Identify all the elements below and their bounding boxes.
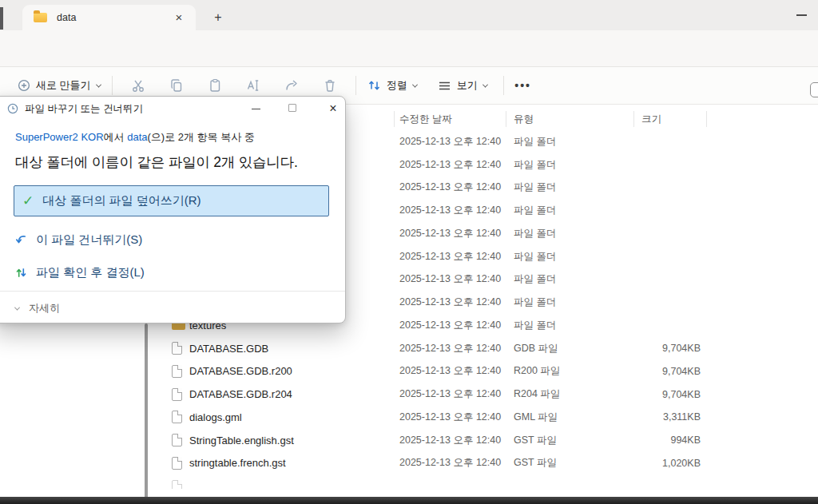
new-button[interactable]: 새로 만들기: [11, 73, 107, 98]
rename-icon: [245, 77, 261, 93]
details-pane-icon[interactable]: [810, 82, 818, 97]
copy-progress-clock-icon: [7, 103, 18, 114]
delete-button[interactable]: [316, 73, 344, 98]
column-divider[interactable]: [394, 111, 395, 127]
toolbar-separator: [355, 76, 356, 95]
file-row[interactable]: DATABASE.GDB 2025-12-13 오후 12:40 GDB 파일 …: [152, 337, 818, 360]
sort-button-label: 정렬: [387, 78, 407, 93]
dialog-message: SuperPower2 KOR에서 data(으)로 2개 항목 복사 중: [15, 130, 345, 145]
tab-close-icon[interactable]: ×: [170, 9, 188, 26]
file-type: R204 파일: [514, 387, 631, 401]
destination-folder-link[interactable]: data: [127, 131, 147, 143]
new-button-label: 새로 만들기: [36, 78, 91, 93]
column-header-size[interactable]: 크기: [641, 113, 661, 126]
paste-button[interactable]: [201, 73, 229, 98]
skip-option-label: 이 파일 건너뛰기(S): [36, 232, 142, 248]
column-divider[interactable]: [706, 111, 707, 127]
compare-option-button[interactable]: 파일 확인 후 결정(L): [15, 263, 345, 282]
toolbar-separator: [112, 76, 113, 95]
file-date-modified: 2025-12-13 오후 12:40: [399, 387, 514, 401]
file-row[interactable]: dialogs.gml 2025-12-13 오후 12:40 GML 파일 3…: [152, 406, 818, 429]
sort-button[interactable]: 정렬: [361, 73, 423, 98]
details-expander[interactable]: 자세히: [15, 301, 60, 315]
column-header-date[interactable]: 수정한 날짜: [399, 113, 452, 126]
overwrite-option-button[interactable]: ✓ 대상 폴더의 파일 덮어쓰기(R): [14, 185, 329, 216]
file-type-icon: [172, 480, 182, 489]
message-text: 에서: [104, 131, 128, 143]
file-type: GDB 파일: [514, 342, 631, 355]
taskbar-edge: [0, 497, 818, 504]
file-date-modified: 2025-12-13 오후 12:40: [399, 204, 514, 217]
file-row[interactable]: StringTable.english.gst 2025-12-13 오후 12…: [152, 429, 818, 452]
skip-option-button[interactable]: 이 파일 건너뛰기(S): [15, 230, 345, 249]
chevron-down-icon: [412, 81, 418, 87]
file-row[interactable]: [152, 474, 818, 489]
copy-button[interactable]: [162, 73, 191, 98]
dialog-maximize-button[interactable]: [288, 104, 296, 112]
file-size: 3,311KB: [631, 411, 701, 423]
file-row[interactable]: stringtable.french.gst 2025-12-13 오후 12:…: [152, 452, 818, 475]
sort-icon: [367, 79, 381, 92]
dialog-title: 파일 바꾸기 또는 건너뛰기: [25, 102, 143, 116]
details-label: 자세히: [29, 301, 60, 315]
skip-arrow-icon: [15, 234, 27, 246]
file-name: DATABASE.GDB: [189, 343, 399, 355]
file-type: 파일 폴더: [514, 296, 631, 309]
file-name: stringtable.french.gst: [189, 457, 399, 469]
file-type-icon: [172, 457, 182, 470]
rename-button[interactable]: [239, 73, 268, 98]
file-type-icon: [172, 342, 182, 355]
file-type: 파일 폴더: [514, 204, 631, 217]
dialog-close-icon[interactable]: ×: [324, 99, 343, 118]
file-row[interactable]: DATABASE.GDB.r200 2025-12-13 오후 12:40 R2…: [152, 360, 818, 383]
file-date-modified: 2025-12-13 오후 12:40: [399, 250, 514, 264]
file-row[interactable]: DATABASE.GDB.r204 2025-12-13 오후 12:40 R2…: [152, 383, 818, 406]
file-size: 9,704KB: [631, 366, 701, 377]
view-button-label: 보기: [457, 78, 478, 93]
message-text: (으)로 2개 항목 복사 중: [148, 131, 255, 143]
file-date-modified: 2025-12-13 오후 12:40: [399, 364, 514, 378]
file-size: 1,020KB: [631, 458, 701, 469]
file-size: 994KB: [631, 435, 701, 446]
column-divider[interactable]: [633, 111, 634, 127]
column-divider[interactable]: [506, 111, 506, 127]
dialog-divider: [0, 291, 345, 292]
file-date-modified: 2025-12-13 오후 12:40: [399, 272, 514, 286]
scissors-icon: [130, 77, 146, 93]
copy-icon: [169, 77, 185, 93]
replace-or-skip-dialog: 파일 바꾸기 또는 건너뛰기 × SuperPower2 KOR에서 data(…: [0, 96, 346, 323]
file-type: R200 파일: [514, 364, 631, 378]
source-folder-link[interactable]: SuperPower2 KOR: [15, 131, 104, 143]
file-type-icon: [172, 434, 182, 446]
chevron-down-icon: [96, 81, 101, 87]
file-type: 파일 폴더: [514, 158, 631, 172]
navpane-scrollbar[interactable]: [145, 323, 148, 504]
address-row: ← → ↑ ··· common SuperPower 2 MODS SP2 d…: [0, 30, 818, 67]
dialog-minimize-button[interactable]: [252, 109, 260, 109]
file-name: StringTable.english.gst: [189, 435, 399, 446]
file-explorer-window: data × + ← → ↑ ··· common SuperPower 2: [0, 0, 818, 504]
chevron-down-icon: [14, 304, 20, 310]
view-button[interactable]: 보기: [431, 73, 494, 98]
overwrite-option-label: 대상 폴더의 파일 덮어쓰기(R): [42, 193, 201, 208]
more-options-button[interactable]: •••: [509, 73, 538, 98]
trash-icon: [322, 77, 338, 93]
file-type: 파일 폴더: [514, 272, 631, 286]
file-type: 파일 폴더: [514, 250, 631, 264]
compare-option-label: 파일 확인 후 결정(L): [36, 265, 145, 280]
file-size: 9,704KB: [631, 389, 701, 400]
file-date-modified: 2025-12-13 오후 12:40: [399, 342, 514, 355]
window-minimize-button[interactable]: [796, 14, 807, 16]
file-date-modified: 2025-12-13 오후 12:40: [399, 456, 514, 470]
file-type: 파일 폴더: [514, 181, 631, 194]
clipboard-icon: [207, 77, 223, 93]
share-button[interactable]: [277, 73, 306, 98]
file-type: GST 파일: [514, 434, 631, 447]
tab-data[interactable]: data ×: [22, 5, 196, 30]
cut-button[interactable]: [124, 73, 153, 98]
file-type-icon: [172, 365, 182, 378]
new-tab-button[interactable]: +: [208, 8, 228, 27]
compare-arrows-icon: [15, 267, 27, 279]
file-name: DATABASE.GDB.r204: [189, 388, 399, 400]
column-header-type[interactable]: 유형: [514, 113, 534, 126]
